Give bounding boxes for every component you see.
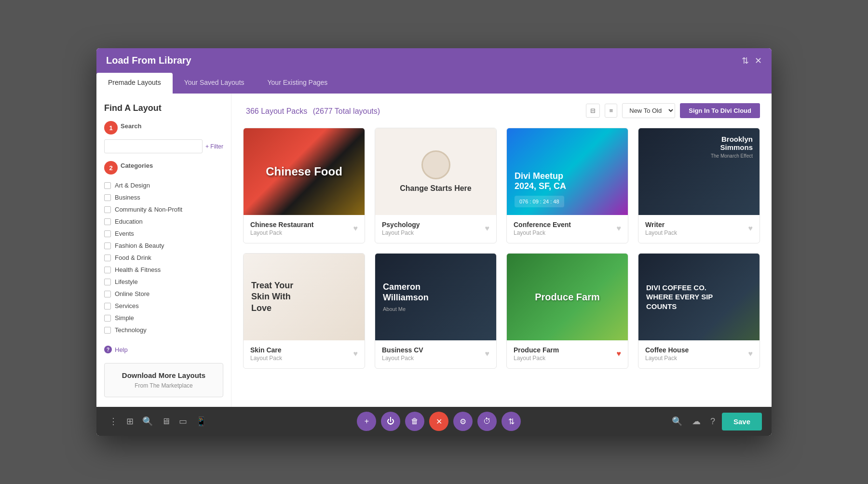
toolbar-search2-btn[interactable]: 🔍 (669, 413, 685, 430)
card-title-skincare: Skin Care (250, 346, 282, 354)
toolbar-help-btn[interactable]: ? (707, 414, 718, 430)
card-businesscv[interactable]: CameronWilliamsonAbout Me Business CV La… (375, 253, 497, 369)
toolbar-grid-btn[interactable]: ⊞ (123, 413, 136, 430)
grid-view-btn[interactable]: ⊟ (586, 104, 600, 118)
card-info-conference: Conference Event Layout Pack ♥ (507, 215, 628, 243)
close-icon[interactable]: ✕ (755, 55, 762, 66)
download-box-subtitle: From The Marketplace (112, 382, 215, 389)
help-link[interactable]: ? Help (104, 346, 223, 353)
category-item-lifestyle[interactable]: Lifestyle (104, 276, 223, 288)
sort-select[interactable]: New To OldOld To NewA to ZZ to A (622, 103, 675, 118)
category-checkbox-fashion[interactable] (104, 242, 111, 249)
card-title-chinese: Chinese Restaurant (250, 221, 313, 229)
download-box[interactable]: Download More Layouts From The Marketpla… (104, 363, 223, 397)
heart-icon-conference[interactable]: ♥ (617, 224, 622, 233)
category-checkbox-simple[interactable] (104, 315, 111, 322)
card-skincare[interactable]: Treat YourSkin WithLove Skin Care Layout… (243, 253, 365, 369)
toolbar-settings-btn[interactable]: ⚙ (453, 412, 473, 431)
category-label-food: Food & Drink (115, 254, 151, 261)
card-footer-businesscv: Business CV Layout Pack ♥ (382, 346, 489, 362)
step1-badge: 1 (104, 121, 118, 134)
card-subtitle-produce: Layout Pack (514, 355, 559, 362)
category-item-food[interactable]: Food & Drink (104, 252, 223, 264)
modal-title: Load From Library (106, 55, 191, 66)
toolbar-delete-btn[interactable]: 🗑 (405, 412, 424, 431)
toolbar-sort-btn[interactable]: ⇅ (502, 412, 521, 431)
save-button[interactable]: Save (722, 413, 762, 430)
filter-button[interactable]: + Filter (205, 143, 223, 150)
heart-icon-writer[interactable]: ♥ (748, 224, 753, 233)
category-item-technology[interactable]: Technology (104, 324, 223, 336)
category-checkbox-technology[interactable] (104, 327, 111, 334)
category-checkbox-food[interactable] (104, 255, 111, 261)
layout-count-number: 366 Layout Packs (246, 107, 307, 115)
toolbar-tablet-btn[interactable]: ▭ (176, 413, 190, 430)
heart-icon-skincare[interactable]: ♥ (353, 350, 358, 358)
card-writer[interactable]: BrooklynSimmonsThe Monarch Effect Writer… (638, 128, 760, 243)
category-checkbox-community[interactable] (104, 206, 111, 213)
card-conference[interactable]: Divi Meetup2024, SF, CA076 : 09 : 24 : 4… (506, 128, 628, 243)
heart-icon-chinese[interactable]: ♥ (353, 224, 358, 233)
card-info-psychology: Psychology Layout Pack ♥ (375, 215, 496, 243)
category-checkbox-lifestyle[interactable] (104, 279, 111, 285)
category-item-business[interactable]: Business (104, 191, 223, 203)
category-item-art[interactable]: Art & Design (104, 179, 223, 191)
card-produce[interactable]: Produce Farm Produce Farm Layout Pack ♥ (506, 253, 628, 369)
card-subtitle-coffee: Layout Pack (645, 355, 689, 362)
toolbar-power-btn[interactable]: ⏻ (381, 412, 400, 431)
toolbar-dots-btn[interactable]: ⋮ (106, 413, 121, 430)
card-footer-skincare: Skin Care Layout Pack ♥ (250, 346, 358, 362)
category-item-education[interactable]: Education (104, 215, 223, 228)
category-item-fashion[interactable]: Fashion & Beauty (104, 240, 223, 252)
card-psychology[interactable]: Change Starts Here Psychology Layout Pac… (375, 128, 497, 243)
category-item-community[interactable]: Community & Non-Profit (104, 203, 223, 215)
toolbar-history-btn[interactable]: ⏱ (477, 412, 497, 431)
category-checkbox-business[interactable] (104, 194, 111, 201)
category-label-services: Services (115, 302, 139, 309)
categories-label: Categories (121, 162, 153, 169)
tab-saved[interactable]: Your Saved Layouts (173, 73, 256, 94)
toolbar-desktop-btn[interactable]: 🖥 (159, 413, 173, 430)
category-label-art: Art & Design (115, 182, 150, 189)
sidebar: Find A Layout 1 Search + Filter 2 Catego… (96, 94, 231, 407)
tab-premade[interactable]: Premade Layouts (96, 73, 173, 94)
category-item-health[interactable]: Health & Fitness (104, 264, 223, 276)
heart-icon-businesscv[interactable]: ♥ (485, 350, 490, 358)
list-view-btn[interactable]: ≡ (605, 104, 617, 118)
toolbar-cloud-btn[interactable]: ☁ (689, 413, 704, 430)
category-checkbox-education[interactable] (104, 218, 111, 225)
sign-in-button[interactable]: Sign In To Divi Cloud (680, 103, 760, 118)
category-item-online[interactable]: Online Store (104, 288, 223, 300)
category-checkbox-services[interactable] (104, 303, 111, 309)
tab-existing[interactable]: Your Existing Pages (256, 73, 339, 94)
category-item-events[interactable]: Events (104, 228, 223, 240)
step2-badge: 2 (104, 161, 118, 175)
toolbar-add-btn[interactable]: + (357, 412, 376, 431)
category-checkbox-health[interactable] (104, 267, 111, 273)
toolbar-close-btn[interactable]: ✕ (429, 412, 448, 431)
help-icon: ? (104, 346, 112, 353)
card-footer-conference: Conference Event Layout Pack ♥ (514, 221, 621, 236)
category-label-lifestyle: Lifestyle (115, 278, 138, 285)
category-checkbox-events[interactable] (104, 230, 111, 237)
card-coffee[interactable]: DIVI COFFEE CO.WHERE EVERY SIPCOUNTS Cof… (638, 253, 760, 369)
category-checkbox-art[interactable] (104, 182, 111, 189)
card-info-coffee: Coffee House Layout Pack ♥ (638, 340, 760, 368)
card-chinese[interactable]: Chinese Food Chinese Restaurant Layout P… (243, 128, 365, 243)
heart-icon-coffee[interactable]: ♥ (748, 350, 753, 358)
category-item-services[interactable]: Services (104, 300, 223, 312)
category-checkbox-online[interactable] (104, 291, 111, 297)
card-title-conference: Conference Event (514, 221, 571, 229)
heart-icon-produce[interactable]: ♥ (617, 350, 622, 358)
category-label-simple: Simple (115, 314, 134, 322)
cards-grid: Chinese Food Chinese Restaurant Layout P… (243, 128, 760, 369)
category-item-simple[interactable]: Simple (104, 312, 223, 324)
resize-icon[interactable]: ⇅ (742, 55, 749, 66)
help-label: Help (115, 346, 128, 353)
search-input[interactable] (104, 139, 203, 153)
card-subtitle-businesscv: Layout Pack (382, 355, 423, 362)
heart-icon-psychology[interactable]: ♥ (485, 224, 490, 233)
toolbar-search-btn[interactable]: 🔍 (139, 413, 156, 430)
toolbar-mobile-btn[interactable]: 📱 (193, 413, 209, 430)
card-info-writer: Writer Layout Pack ♥ (638, 215, 760, 243)
